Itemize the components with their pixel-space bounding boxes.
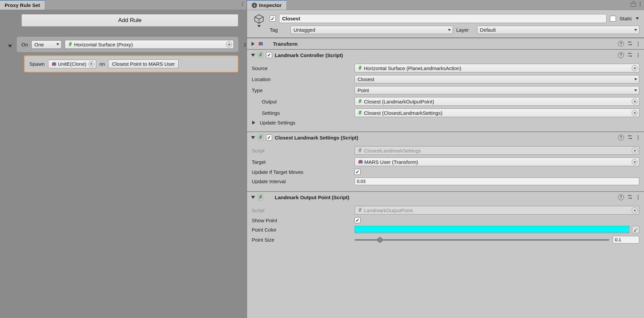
object-picker-icon[interactable] bbox=[632, 110, 638, 116]
update-settings-label: Update Settings bbox=[260, 120, 295, 125]
component-enabled-checkbox[interactable] bbox=[266, 52, 272, 58]
component-title: Closest Landmark Settings (Script) bbox=[275, 135, 615, 140]
output-field[interactable]: #Closest (LandmarkOutputPoint) bbox=[355, 97, 639, 106]
slider-thumb[interactable] bbox=[377, 237, 383, 243]
tab-label: Inspector bbox=[259, 2, 282, 8]
script-hash-icon: # bbox=[358, 65, 363, 71]
settings-field[interactable]: #Closest (ClosestLandmarkSettings) bbox=[355, 108, 639, 117]
component-title: Landmark Output Point (Script) bbox=[275, 195, 615, 200]
component-enabled-checkbox[interactable] bbox=[266, 134, 272, 140]
foldout-icon[interactable] bbox=[252, 42, 255, 46]
preset-icon[interactable] bbox=[627, 134, 633, 141]
component-menu-icon[interactable] bbox=[636, 40, 640, 47]
show-point-checkbox[interactable] bbox=[355, 217, 361, 223]
help-icon[interactable]: ? bbox=[618, 194, 624, 200]
foldout-icon[interactable] bbox=[251, 54, 255, 57]
tab-inspector[interactable]: i Inspector bbox=[247, 0, 287, 10]
proxy-reference-field[interactable]: # Horizontal Surface (Proxy) bbox=[65, 40, 234, 49]
script-label: Script bbox=[252, 208, 352, 213]
gameobject-cube-icon[interactable] bbox=[254, 14, 264, 24]
point-color-swatch[interactable] bbox=[355, 226, 629, 233]
script-hash-icon: # bbox=[358, 98, 363, 104]
lock-icon[interactable] bbox=[631, 1, 635, 7]
type-label: Type bbox=[252, 87, 352, 93]
source-label: Source bbox=[252, 65, 352, 71]
object-picker-icon[interactable] bbox=[88, 61, 94, 67]
eyedropper-icon[interactable] bbox=[632, 226, 639, 233]
object-picker-icon bbox=[632, 207, 638, 213]
svg-point-7 bbox=[630, 44, 632, 45]
component-title: Landmark Controller (Script) bbox=[275, 52, 615, 58]
help-icon[interactable]: ? bbox=[618, 134, 624, 140]
add-rule-button[interactable]: Add Rule bbox=[21, 14, 238, 27]
target-field[interactable]: MARS User (Transform) bbox=[355, 157, 639, 166]
script-hash-icon: # bbox=[358, 207, 363, 213]
foldout-icon[interactable] bbox=[251, 196, 255, 199]
script-label: Script bbox=[252, 148, 352, 153]
type-dropdown[interactable]: Point bbox=[355, 86, 639, 94]
static-label: Static bbox=[619, 16, 632, 21]
source-field[interactable]: #Horizontal Surface (PlaneLandmarksActio… bbox=[355, 64, 639, 72]
point-size-slider[interactable] bbox=[355, 239, 609, 241]
script-field: #ClosestLandmarkSettings bbox=[355, 146, 639, 155]
component-menu-icon[interactable] bbox=[636, 134, 640, 141]
panel-menu-icon[interactable] bbox=[240, 1, 244, 7]
landmark-button[interactable]: Closest Point to MARS User bbox=[108, 59, 178, 68]
location-dropdown[interactable]: Closest bbox=[355, 75, 639, 83]
rule-row[interactable]: On One # Horizontal Surface (Proxy) 1 bbox=[17, 37, 238, 52]
tab-proxy-rule-set[interactable]: Proxy Rule Set bbox=[0, 0, 45, 10]
static-checkbox[interactable] bbox=[610, 16, 616, 22]
svg-point-19 bbox=[630, 198, 632, 199]
panel-menu-icon[interactable] bbox=[638, 1, 642, 7]
tab-bar: i Inspector bbox=[247, 0, 644, 10]
preset-icon[interactable] bbox=[627, 194, 633, 201]
rule-count-badge: 1 bbox=[244, 42, 246, 47]
svg-point-15 bbox=[630, 138, 632, 139]
static-dropdown-icon[interactable] bbox=[636, 17, 639, 20]
output-label: Output bbox=[252, 99, 352, 104]
help-icon[interactable]: ? bbox=[618, 41, 624, 47]
svg-point-13 bbox=[629, 135, 630, 136]
spawn-on-label: on bbox=[99, 61, 105, 67]
update-interval-input[interactable] bbox=[355, 178, 639, 185]
tab-label: Proxy Rule Set bbox=[5, 2, 40, 8]
update-if-moves-checkbox[interactable] bbox=[355, 169, 361, 175]
tag-dropdown[interactable]: Untagged bbox=[290, 26, 453, 34]
on-label: On bbox=[21, 42, 28, 47]
target-label: Target bbox=[252, 159, 352, 165]
prefab-dropdown-icon[interactable] bbox=[257, 25, 261, 27]
component-title: Transform bbox=[273, 41, 615, 47]
gameobject-name-field[interactable]: Closest bbox=[279, 14, 607, 23]
foldout-icon[interactable] bbox=[252, 121, 255, 125]
object-picker-icon[interactable] bbox=[226, 41, 232, 47]
tab-bar: Proxy Rule Set bbox=[0, 0, 246, 10]
layer-dropdown[interactable]: Default bbox=[477, 26, 640, 34]
help-icon[interactable]: ? bbox=[618, 52, 624, 58]
script-hash-icon: # bbox=[358, 147, 363, 153]
preset-icon[interactable] bbox=[627, 52, 633, 58]
tag-label: Tag bbox=[270, 27, 287, 33]
object-picker-icon[interactable] bbox=[632, 159, 638, 165]
component-landmark-output-point: # Landmark Output Point (Script) ? Scrip… bbox=[247, 191, 644, 250]
svg-point-9 bbox=[629, 53, 630, 54]
active-checkbox[interactable] bbox=[270, 16, 276, 22]
count-dropdown[interactable]: One bbox=[31, 40, 61, 49]
preset-icon[interactable] bbox=[627, 41, 633, 47]
component-menu-icon[interactable] bbox=[636, 52, 640, 58]
component-menu-icon[interactable] bbox=[636, 194, 640, 201]
update-if-moves-label: Update If Target Moves bbox=[252, 169, 352, 175]
spawn-row[interactable]: Spawn UnitE(Clone) on Closest Point to M… bbox=[24, 55, 238, 72]
component-landmark-controller: # Landmark Controller (Script) ? Source … bbox=[247, 49, 644, 131]
spawn-object-field[interactable]: UnitE(Clone) bbox=[48, 60, 96, 68]
spawn-object-text: UnitE(Clone) bbox=[58, 61, 86, 67]
spawn-label: Spawn bbox=[29, 61, 45, 67]
object-picker-icon[interactable] bbox=[632, 98, 638, 104]
location-label: Location bbox=[252, 76, 352, 82]
rule-foldout-icon[interactable] bbox=[8, 45, 12, 48]
object-picker-icon[interactable] bbox=[632, 65, 638, 71]
point-size-input[interactable] bbox=[613, 236, 639, 244]
inspector-header: Closest Static Tag Untagged Layer Defaul… bbox=[247, 10, 644, 38]
foldout-icon[interactable] bbox=[251, 136, 255, 139]
script-field: #LandmarkOutputPoint bbox=[355, 206, 639, 215]
prefab-icon bbox=[51, 61, 56, 67]
